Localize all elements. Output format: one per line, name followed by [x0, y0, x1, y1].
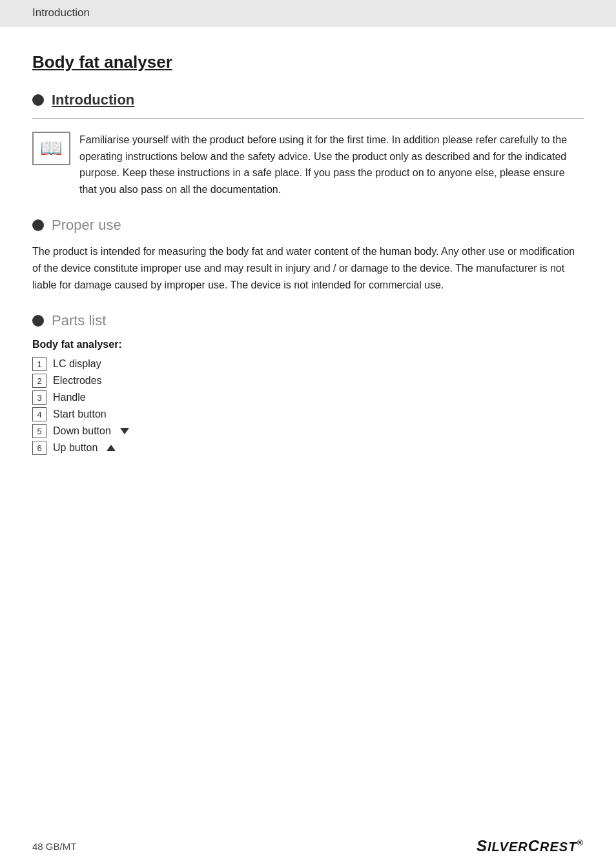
section-introduction: Introduction 📖 Familiarise yourself with… [32, 92, 584, 197]
footer-page-number: 48 GB/MT [32, 841, 76, 852]
down-arrow-icon [120, 428, 129, 434]
section-proper-use-heading: Proper use [32, 217, 584, 234]
book-title: Body fat analyser [32, 52, 584, 72]
brand-crest: CREST [528, 837, 577, 854]
parts-list-subtitle: Body fat analyser: [32, 339, 584, 350]
parts-item-6: 6 Up button [32, 441, 584, 455]
parts-item-4: 4 Start button [32, 407, 584, 421]
parts-num-2: 2 [32, 374, 46, 388]
parts-item-1: 1 LC display [32, 357, 584, 371]
parts-label-2: Electrodes [53, 375, 102, 387]
brand-registered: ® [577, 838, 584, 847]
parts-label-5: Down button [53, 425, 111, 437]
parts-num-5: 5 [32, 424, 46, 438]
parts-num-4: 4 [32, 407, 46, 421]
section-introduction-heading: Introduction [32, 92, 584, 108]
parts-item-2: 2 Electrodes [32, 374, 584, 388]
parts-label-1: LC display [53, 358, 101, 370]
parts-label-6: Up button [53, 442, 98, 454]
main-content: Body fat analyser Introduction 📖 Familia… [0, 26, 616, 526]
parts-num-1: 1 [32, 357, 46, 371]
proper-use-text: The product is intended for measuring th… [32, 243, 584, 293]
parts-num-3: 3 [32, 390, 46, 405]
info-icon-box: 📖 [32, 132, 70, 165]
introduction-heading-text: Introduction [52, 92, 134, 108]
parts-label-3: Handle [53, 392, 86, 403]
brand-silver: SILVER [477, 837, 528, 854]
parts-item-3: 3 Handle [32, 390, 584, 405]
section-parts-list: Parts list Body fat analyser: 1 LC displ… [32, 312, 584, 455]
header-label: Introduction [32, 6, 90, 19]
parts-num-6: 6 [32, 441, 46, 455]
info-book-icon: 📖 [40, 139, 63, 157]
brand-logo: SILVERCREST® [477, 837, 584, 855]
parts-list-heading-text: Parts list [52, 312, 106, 329]
bullet-circle-proper-use [32, 219, 44, 231]
section-proper-use: Proper use The product is intended for m… [32, 217, 584, 293]
header-bar: Introduction [0, 0, 616, 26]
bullet-circle-introduction [32, 94, 44, 106]
parts-item-5: 5 Down button [32, 424, 584, 438]
parts-label-4: Start button [53, 409, 107, 420]
section-parts-list-heading: Parts list [32, 312, 584, 329]
info-box: 📖 Familiarise yourself with the product … [32, 132, 584, 197]
up-arrow-icon [107, 445, 116, 451]
footer: 48 GB/MT SILVERCREST® [32, 837, 584, 855]
introduction-divider [32, 118, 584, 119]
bullet-circle-parts-list [32, 315, 44, 327]
proper-use-heading-text: Proper use [52, 217, 121, 234]
introduction-text-inline: Familiarise yourself with the product be… [79, 132, 584, 197]
